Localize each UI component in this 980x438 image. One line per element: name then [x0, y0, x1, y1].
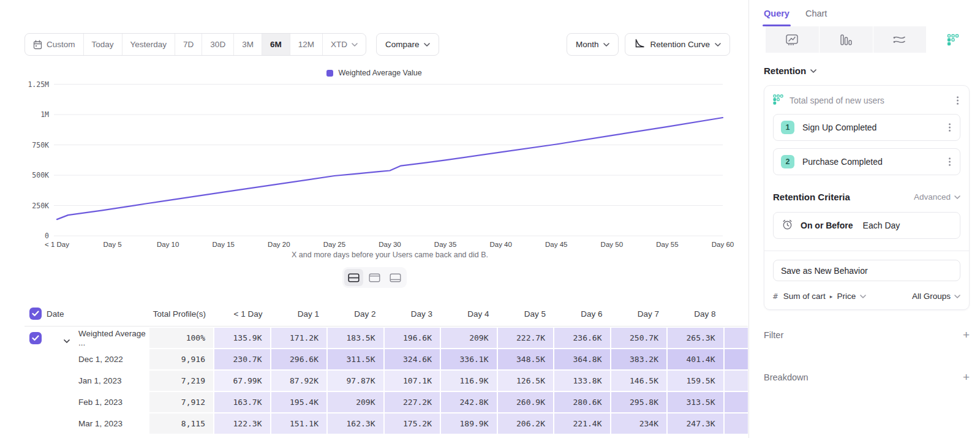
retention-value-cell[interactable]: 222.7K — [498, 328, 555, 348]
save-as-new-behavior-button[interactable]: Save as New Behavior — [773, 260, 960, 281]
row-label[interactable]: Jan 1, 2023 — [47, 371, 149, 391]
view-toggle-table-only[interactable] — [386, 269, 405, 286]
retention-value-cell[interactable]: 295.8K — [611, 392, 668, 412]
retention-value-cell[interactable]: 107.1K — [385, 371, 442, 391]
retention-value-cell[interactable]: 311.5K — [328, 349, 385, 369]
range-12m[interactable]: 12M — [290, 34, 323, 55]
kebab-menu-icon[interactable] — [955, 96, 960, 105]
criteria-mode-dropdown[interactable]: Advanced — [914, 192, 960, 202]
column-header[interactable]: Day 6 — [554, 309, 611, 319]
range-today[interactable]: Today — [84, 34, 123, 55]
retention-value-cell[interactable]: 260.9K — [498, 392, 555, 412]
behavior-step-2[interactable]: 2Purchase Completed — [773, 148, 960, 175]
column-header[interactable]: Day 3 — [385, 309, 442, 319]
column-header[interactable]: < 1 Day — [214, 309, 271, 319]
behavior-title[interactable]: Total spend of new users — [790, 96, 884, 105]
kebab-menu-icon[interactable] — [947, 157, 952, 166]
retention-value-cell[interactable]: 247.3K — [668, 413, 725, 434]
retention-value-cell[interactable]: 236.6K — [554, 328, 611, 348]
range-3m[interactable]: 3M — [234, 34, 262, 55]
retention-value-cell[interactable]: 87.92K — [271, 371, 328, 391]
retention-value-cell[interactable]: 234K — [611, 413, 668, 434]
chart-type-tab-flow[interactable] — [873, 26, 927, 53]
chart-type-tab-funnel-bars[interactable] — [819, 26, 873, 53]
column-header[interactable]: Day 1 — [271, 309, 328, 319]
retention-value-cell[interactable]: 171.2K — [271, 328, 328, 348]
chart-type-dropdown[interactable]: Retention Curve — [625, 33, 730, 56]
retention-value-cell[interactable]: 175.2K — [385, 413, 442, 434]
tab-query[interactable]: Query — [764, 9, 790, 26]
retention-value-cell[interactable]: 296.6K — [271, 349, 328, 369]
retention-value-cell[interactable]: 195.4K — [271, 392, 328, 412]
retention-value-cell[interactable]: 159.5K — [668, 371, 725, 391]
column-header[interactable]: Day 4 — [441, 309, 498, 319]
retention-value-cell[interactable]: 126.5K — [498, 371, 555, 391]
column-header[interactable]: Day 7 — [611, 309, 668, 319]
retention-value-cell[interactable]: 364.8K — [554, 349, 611, 369]
retention-value-cell[interactable]: 206.2K — [498, 413, 555, 434]
retention-value-cell[interactable]: 133.8K — [554, 371, 611, 391]
retention-value-cell[interactable]: 401.4K — [668, 349, 725, 369]
retention-value-cell[interactable]: 209K — [441, 328, 498, 348]
retention-value-cell[interactable]: 183.5K — [328, 328, 385, 348]
row-label[interactable]: Weighted Average ... — [47, 328, 149, 348]
view-toggle-chart-only[interactable] — [365, 269, 384, 286]
retention-value-cell[interactable]: 146.5K — [611, 371, 668, 391]
granularity-dropdown[interactable]: Month — [567, 33, 619, 56]
all-groups-dropdown[interactable]: All Groups — [912, 292, 960, 301]
retention-value-cell[interactable]: 383.2K — [611, 349, 668, 369]
range-6m[interactable]: 6M — [262, 34, 290, 55]
range-yesterday[interactable]: Yesterday — [123, 34, 176, 55]
retention-value-cell[interactable]: 67.99K — [214, 371, 271, 391]
retention-value-cell[interactable]: 242.8K — [441, 392, 498, 412]
column-header[interactable]: Day 8 — [668, 309, 725, 319]
column-header[interactable]: Total Profile(s) — [149, 309, 214, 319]
retention-value-cell[interactable]: 348.5K — [498, 349, 555, 369]
range-30d[interactable]: 30D — [202, 34, 234, 55]
add-filter-button[interactable]: + — [963, 329, 970, 341]
svg-text:0: 0 — [45, 232, 49, 240]
tab-chart[interactable]: Chart — [805, 9, 827, 26]
column-header-date[interactable]: Date — [47, 309, 149, 319]
retention-timing-row[interactable]: On or Before Each Day — [773, 212, 960, 239]
retention-value-cell[interactable]: 189.9K — [441, 413, 498, 434]
range-xtd[interactable]: XTD — [323, 34, 366, 55]
retention-value-cell[interactable]: 230.7K — [214, 349, 271, 369]
retention-value-cell[interactable]: 227.2K — [385, 392, 442, 412]
retention-value-cell[interactable]: 313.5K — [668, 392, 725, 412]
retention-value-cell[interactable]: 336.1K — [441, 349, 498, 369]
retention-value-cell[interactable]: 162.3K — [328, 413, 385, 434]
retention-value-cell[interactable]: 221.4K — [554, 413, 611, 434]
column-header[interactable]: Day 5 — [498, 309, 555, 319]
row-label[interactable]: Feb 1, 2023 — [47, 392, 149, 412]
range-7d[interactable]: 7D — [175, 34, 202, 55]
row-label[interactable]: Mar 1, 2023 — [47, 413, 149, 434]
retention-value-cell[interactable]: 135.9K — [214, 328, 271, 348]
retention-section-dropdown[interactable]: Retention — [764, 66, 970, 76]
retention-value-cell[interactable]: 250.7K — [611, 328, 668, 348]
range-custom[interactable]: Custom — [25, 34, 84, 55]
chart-type-tab-retention[interactable] — [926, 26, 979, 53]
compare-button[interactable]: Compare — [376, 33, 440, 56]
retention-value-cell[interactable]: 196.6K — [385, 328, 442, 348]
retention-value-cell[interactable]: 324.6K — [385, 349, 442, 369]
retention-value-cell[interactable]: 122.3K — [214, 413, 271, 434]
behavior-step-1[interactable]: 1Sign Up Completed — [773, 114, 960, 141]
add-breakdown-button[interactable]: + — [963, 371, 970, 383]
checkbox-checked[interactable] — [29, 332, 42, 344]
retention-value-cell[interactable]: 97.87K — [328, 371, 385, 391]
retention-value-cell[interactable]: 209K — [328, 392, 385, 412]
property-dropdown[interactable]: Sum of cart ▸ Price — [783, 292, 866, 301]
retention-value-cell[interactable]: 151.1K — [271, 413, 328, 434]
row-label[interactable]: Dec 1, 2022 — [47, 349, 149, 369]
retention-value-cell[interactable]: 280.6K — [554, 392, 611, 412]
retention-value-cell[interactable]: 163.7K — [214, 392, 271, 412]
kebab-menu-icon[interactable] — [947, 123, 952, 132]
column-header[interactable]: Day 2 — [328, 309, 385, 319]
view-toggle-split-view[interactable] — [344, 269, 363, 286]
retention-value-cell[interactable]: 265.3K — [668, 328, 725, 348]
retention-value-cell[interactable]: 116.9K — [441, 371, 498, 391]
chart-type-tab-insights-line[interactable] — [766, 26, 819, 53]
row-expander-chevron-icon[interactable] — [64, 336, 70, 345]
checkbox-checked[interactable] — [29, 308, 42, 320]
